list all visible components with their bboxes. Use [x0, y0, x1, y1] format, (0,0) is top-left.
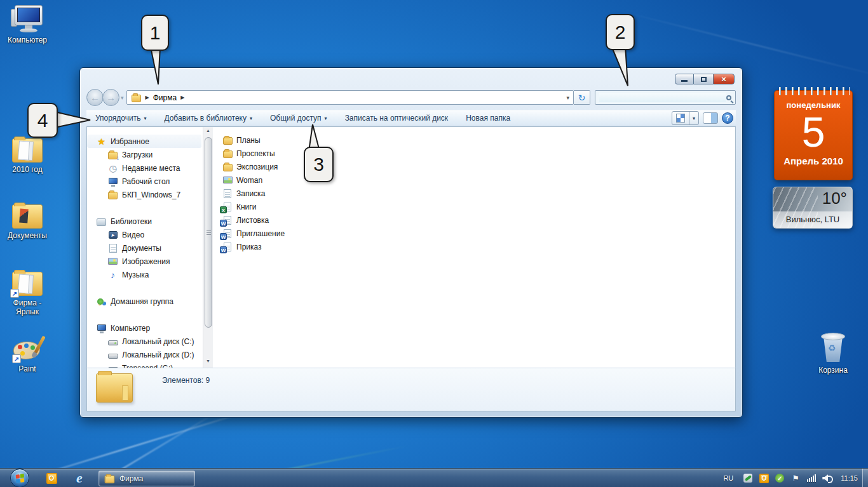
desktop-icon-label: 2010 год — [12, 165, 43, 174]
folder-icon — [222, 149, 233, 159]
file-item-word[interactable]: W Листовка — [213, 213, 735, 227]
preview-pane-button[interactable] — [703, 112, 718, 124]
phone-tray-icon[interactable] — [743, 473, 753, 483]
breadcrumb-folder[interactable]: Фирма — [153, 93, 177, 102]
organize-button[interactable]: Упорядочить ▾ — [86, 110, 155, 126]
shortcut-arrow-icon: ↗ — [12, 354, 21, 363]
show-desktop-button[interactable] — [862, 469, 868, 487]
taskbar-clock[interactable]: 11:15 — [838, 474, 860, 482]
folder-shortcut-icon: ↗ — [12, 272, 43, 296]
items-count: Элементов: 9 — [162, 376, 210, 385]
volume-icon[interactable] — [822, 473, 832, 483]
desktop-icon-label: Фирма - Ярлык — [5, 298, 50, 316]
views-dropdown-button[interactable]: ▾ — [689, 112, 698, 124]
search-box[interactable] — [595, 90, 736, 105]
scroll-down-icon[interactable]: ▼ — [206, 359, 210, 366]
network-icon[interactable] — [806, 473, 817, 483]
callout-1-address-bar: 1 — [141, 15, 169, 51]
close-button[interactable]: × — [713, 74, 735, 84]
sidebar-item-libraries[interactable]: Библиотеки — [87, 215, 203, 228]
scrollbar-track[interactable] — [205, 136, 212, 359]
sidebar-item-local-disk-d[interactable]: Локальный диск (D:) — [87, 348, 203, 361]
taskbar-outlook-button[interactable]: O — [43, 470, 60, 486]
desktop-icon-label: Компьютер — [8, 36, 47, 44]
desktop-icon-firm-shortcut[interactable]: ↗ Фирма - Ярлык — [0, 272, 55, 316]
add-to-library-button[interactable]: Добавить в библиотеку ▾ — [155, 110, 261, 126]
help-button[interactable]: ? — [722, 112, 733, 124]
documents-icon — [107, 243, 118, 253]
shortcut-arrow-icon: ↗ — [10, 289, 19, 298]
file-item-word[interactable]: W Приглашение — [213, 227, 735, 240]
refresh-button[interactable]: ↻ — [574, 90, 590, 105]
sidebar-item-pictures[interactable]: Изображения — [87, 255, 203, 268]
desktop-icon-recycle-bin[interactable]: ♻ Корзина — [806, 333, 860, 375]
scroll-up-icon[interactable]: ▲ — [206, 128, 210, 136]
forward-button[interactable]: → — [102, 89, 119, 106]
desktop-icon-2010-year[interactable]: 2010 год — [0, 138, 55, 174]
text-file-icon — [222, 189, 233, 199]
share-button[interactable]: Общий доступ ▾ — [261, 110, 336, 126]
sidebar-item-recent-places[interactable]: ◷ Недавние места — [87, 161, 203, 175]
scrollbar-thumb[interactable] — [205, 137, 212, 328]
image-file-icon — [222, 175, 233, 185]
recent-places-icon: ◷ — [107, 163, 118, 173]
sidebar-item-favorites[interactable]: ★ Избранное — [87, 135, 201, 148]
burn-label: Записать на оптический диск — [345, 114, 449, 123]
desktop-icon-documents[interactable]: Документы — [0, 204, 55, 240]
taskbar-ie-button[interactable]: e — [71, 470, 88, 486]
file-item-text[interactable]: Записка — [213, 187, 735, 200]
file-name: Приказ — [236, 243, 262, 251]
file-name: Планы — [236, 136, 261, 145]
sidebar-item-music[interactable]: ♪ Музыка — [87, 268, 203, 281]
start-button[interactable] — [10, 469, 29, 487]
address-bar[interactable]: ▶ Фирма ▶ ▾ — [126, 90, 574, 105]
file-item-image[interactable]: Woman — [213, 173, 735, 187]
language-indicator[interactable]: RU — [723, 474, 737, 482]
calendar-gadget[interactable]: понедельник 5 Апрель 2010 — [774, 90, 853, 180]
taskbar-active-window-button[interactable]: Фирма — [98, 470, 195, 486]
outlook-tray-icon[interactable]: O — [759, 473, 769, 483]
music-icon: ♪ — [107, 270, 118, 280]
minimize-button[interactable] — [675, 74, 694, 84]
search-input[interactable] — [599, 93, 726, 102]
maximize-button[interactable] — [694, 74, 713, 84]
breadcrumb-arrow-icon[interactable]: ▶ — [180, 95, 184, 100]
file-item-word[interactable]: W Приказ — [213, 240, 735, 253]
desktop-icon-paint[interactable]: ↗ Paint — [0, 337, 55, 373]
calendar-spiral-icon — [777, 87, 850, 95]
drive-icon — [107, 350, 118, 360]
action-center-icon[interactable]: ⚑ — [790, 473, 801, 483]
sidebar-item-local-disk-c[interactable]: Локальный диск (C:) — [87, 335, 203, 348]
desktop-icon-computer[interactable]: Компьютер — [0, 5, 55, 44]
new-folder-button[interactable]: Новая папка — [457, 110, 519, 126]
chevron-down-icon: ▾ — [325, 116, 327, 121]
recent-pages-dropdown-icon[interactable]: ▾ — [121, 95, 124, 101]
file-item-excel[interactable]: X Книги — [213, 200, 735, 213]
navigation-row: ← → ▾ ▶ Фирма ▶ ▾ ↻ — [86, 89, 736, 106]
file-item-folder[interactable]: Экспозиция — [213, 160, 735, 173]
sidebar-item-computer[interactable]: Компьютер — [87, 321, 203, 335]
folder-documents-icon — [12, 138, 43, 163]
sidebar-item-desktop[interactable]: Рабочий стол — [87, 175, 203, 188]
address-dropdown-icon[interactable]: ▾ — [566, 95, 569, 101]
sidebar-item-downloads[interactable]: ↓ Загрузки — [87, 148, 203, 161]
navigation-pane-scrollbar[interactable]: ▲ ▼ — [203, 127, 213, 368]
file-name: Приглашение — [236, 229, 285, 238]
calendar-day: 5 — [775, 110, 852, 154]
file-item-folder[interactable]: Проспекты — [213, 147, 735, 160]
sidebar-item-homegroup[interactable]: Домашняя группа — [87, 295, 203, 308]
security-shield-icon[interactable]: ✓ — [775, 473, 785, 483]
back-button[interactable]: ← — [86, 89, 104, 106]
sidebar-label: Документы — [122, 244, 161, 253]
weather-gadget[interactable]: 10° Вильнюс, LTU — [773, 187, 853, 229]
sidebar-item-bkp-windows7[interactable]: БКП_Windows_7 — [87, 188, 203, 201]
views-button-group: ▾ — [672, 111, 699, 125]
change-view-button[interactable] — [672, 112, 689, 124]
sidebar-label: Домашняя группа — [111, 297, 173, 306]
videos-icon: ▸ — [107, 230, 118, 240]
sidebar-item-videos[interactable]: ▸ Видео — [87, 228, 203, 241]
sidebar-item-documents[interactable]: Документы — [87, 241, 203, 255]
burn-button[interactable]: Записать на оптический диск — [336, 110, 458, 126]
file-item-folder[interactable]: Планы — [213, 133, 735, 147]
sidebar-label: Изображения — [122, 257, 170, 266]
